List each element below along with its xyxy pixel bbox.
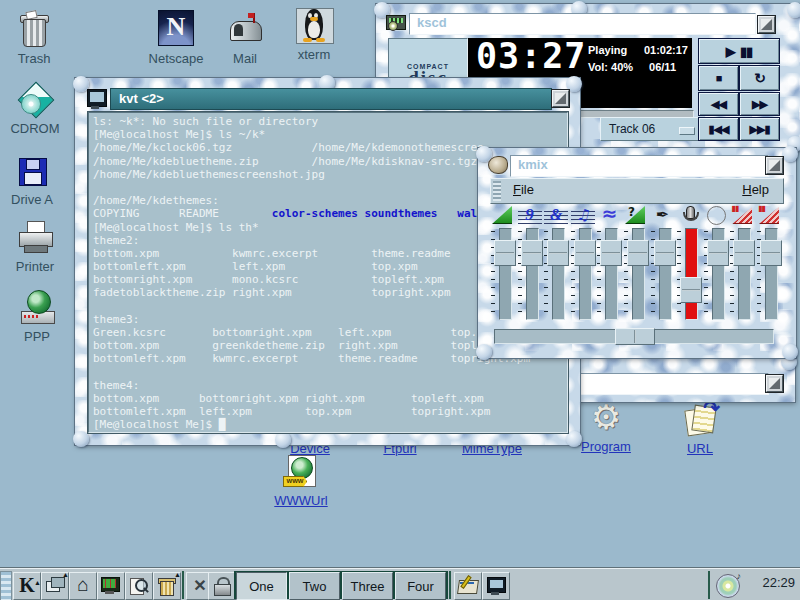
window-title[interactable]: kmix: [510, 155, 769, 177]
window-corner: [787, 2, 800, 18]
repeat-button[interactable]: ↻: [739, 65, 780, 91]
slider-handle[interactable]: [600, 240, 622, 266]
kvt-window-icon[interactable]: [87, 89, 107, 107]
desktop-page-two[interactable]: Two: [289, 572, 340, 600]
mixer-channel-line-in: ✒: [650, 205, 676, 325]
taskbar: K▲ ▲ ⌂ ▲ ✕ OneTwoThreeFour 22:29: [0, 568, 800, 600]
volume-slider-mute-1[interactable]: [729, 228, 755, 320]
netscape-icon: N: [158, 10, 194, 46]
microphone-icon[interactable]: [677, 205, 701, 225]
midi-icon[interactable]: ♫: [571, 205, 595, 225]
pcm-icon[interactable]: ≈: [597, 205, 621, 225]
desktop-icon-trash[interactable]: Trash: [2, 10, 66, 66]
status-text: Playing: [588, 44, 627, 56]
line-in-icon[interactable]: ✒: [651, 205, 675, 225]
menubar-drag-handle[interactable]: [493, 181, 501, 201]
desktop-icon-drive-a[interactable]: Drive A: [0, 151, 64, 207]
cd-player-icon: [386, 15, 406, 30]
volume-slider-midi[interactable]: [570, 228, 596, 320]
window-title[interactable]: kvt <2>: [110, 88, 552, 110]
icon-label: WWWUrl: [269, 493, 333, 508]
slider-handle[interactable]: [654, 240, 676, 266]
help-button[interactable]: [454, 572, 482, 600]
maximize-button[interactable]: [766, 375, 783, 392]
previous-track-button[interactable]: ▮◀◀: [698, 117, 739, 141]
cd-icon[interactable]: [704, 205, 728, 225]
volume-slider-cd[interactable]: [703, 228, 729, 320]
balance-slider[interactable]: [494, 329, 774, 344]
desktop-icon-program[interactable]: ⚙ Program: [574, 398, 638, 454]
slider-handle[interactable]: [627, 240, 649, 266]
bass-icon[interactable]: 9: [518, 205, 542, 225]
window-corner: [73, 431, 89, 447]
panel-hide-handle[interactable]: [0, 571, 12, 600]
slider-ticks: [677, 231, 681, 317]
desktop-icon-cdrom[interactable]: CDROM: [3, 80, 67, 136]
panel-clock: 22:29: [749, 575, 795, 590]
slider-handle[interactable]: [760, 240, 782, 266]
maximize-button[interactable]: [766, 157, 783, 174]
terminal-button[interactable]: [482, 572, 510, 600]
balance-handle[interactable]: [615, 328, 655, 345]
desktop-icon-xterm[interactable]: xterm: [282, 6, 346, 62]
forward-button[interactable]: ▶▶: [739, 92, 780, 116]
display-settings-button[interactable]: [97, 572, 125, 600]
terminal-icon: [87, 89, 107, 107]
slider-handle[interactable]: [547, 240, 569, 266]
desktop-icon-wwwurl[interactable]: WWW WWWUrl: [269, 452, 333, 508]
desktop-page-one[interactable]: One: [236, 572, 287, 600]
window-title[interactable]: kscd: [409, 13, 756, 35]
volume-icon[interactable]: [491, 205, 515, 225]
volume-slider-pcm[interactable]: [596, 228, 622, 320]
play-pause-button[interactable]: ▶ ▮▮: [698, 38, 780, 64]
slider-handle[interactable]: [494, 240, 516, 266]
window-corner: [782, 146, 798, 162]
volume-slider-unknown[interactable]: [623, 228, 649, 320]
desktop-page-three[interactable]: Three: [342, 572, 393, 600]
volume-slider-microphone[interactable]: [676, 228, 702, 320]
slider-handle[interactable]: [521, 240, 543, 266]
mixer-channel-microphone: [676, 205, 702, 325]
window-title[interactable]: [566, 373, 769, 395]
treble-icon[interactable]: &: [544, 205, 568, 225]
kscd-window-icon[interactable]: [386, 14, 406, 32]
desktop-icon-netscape[interactable]: N Netscape: [144, 8, 208, 66]
desktop-icon-printer[interactable]: Printer: [3, 218, 67, 274]
unknown-icon[interactable]: ?: [624, 205, 652, 225]
volume-slider-volume[interactable]: [490, 228, 516, 320]
mute-1-icon[interactable]: [730, 205, 754, 225]
volume-slider-treble[interactable]: [543, 228, 569, 320]
lock-screen-button[interactable]: [208, 572, 236, 600]
slider-handle[interactable]: [707, 240, 729, 266]
stop-button[interactable]: ■: [698, 65, 739, 91]
volume-slider-bass[interactable]: [517, 228, 543, 320]
slider-track[interactable]: [685, 228, 698, 320]
kscd-tray-icon[interactable]: [716, 574, 740, 598]
track-selector[interactable]: Track 06: [600, 117, 702, 141]
mixer-channel-mute-2: [756, 205, 782, 325]
desktop-page-four[interactable]: Four: [395, 572, 446, 600]
terminal-line: [93, 366, 567, 379]
desktop-icon-url[interactable]: ↷ URL: [668, 400, 732, 456]
rewind-button[interactable]: ◀◀: [698, 92, 739, 116]
volume-slider-line-in[interactable]: [650, 228, 676, 320]
maximize-button[interactable]: [552, 90, 569, 107]
menu-file[interactable]: File: [513, 182, 534, 197]
k-menu-button[interactable]: K▲: [13, 572, 41, 600]
mute-2-icon[interactable]: [757, 205, 781, 225]
volume-slider-mute-2[interactable]: [756, 228, 782, 320]
slider-handle[interactable]: [733, 240, 755, 266]
window-list-button[interactable]: ▲: [41, 572, 69, 600]
slider-handle[interactable]: [680, 277, 702, 303]
desktop-icon-mail[interactable]: Mail: [213, 10, 277, 66]
home-directory-button[interactable]: ⌂: [69, 572, 97, 600]
disk-navigator-button[interactable]: [125, 572, 153, 600]
desktop-icon-ppp[interactable]: PPP: [5, 288, 69, 344]
next-track-button[interactable]: ▶▶▮: [739, 117, 780, 141]
kmix-window-icon[interactable]: [488, 156, 508, 174]
templates-button[interactable]: ▲: [153, 572, 181, 600]
menu-help[interactable]: Help: [742, 182, 769, 197]
slider-handle[interactable]: [574, 240, 596, 266]
maximize-button[interactable]: [758, 16, 775, 33]
panel-divider: [182, 571, 184, 599]
